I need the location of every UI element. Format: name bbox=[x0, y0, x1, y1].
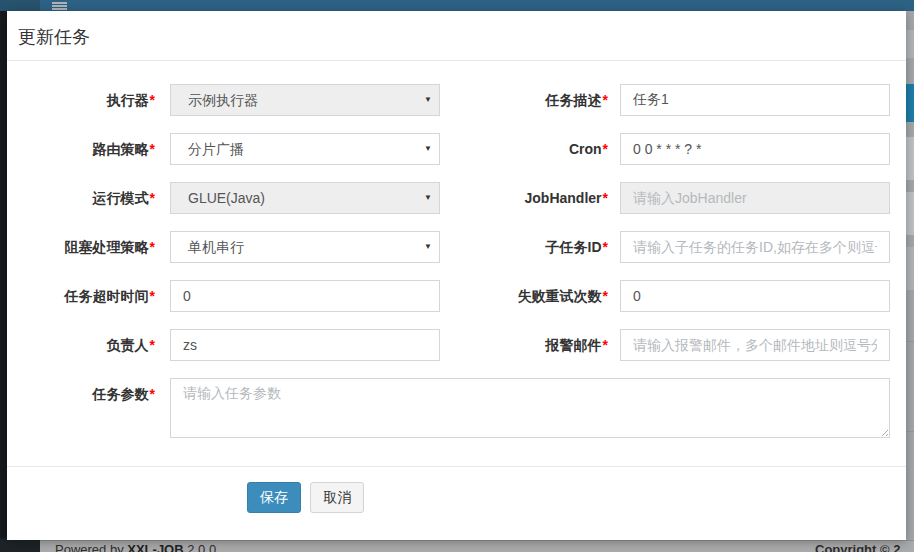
hamburger-icon[interactable] bbox=[52, 2, 67, 10]
save-button[interactable]: 保存 bbox=[247, 482, 301, 513]
field-label-job-param: 任务参数* bbox=[7, 378, 155, 410]
modal-title: 更新任务 bbox=[18, 25, 90, 49]
cancel-button[interactable]: 取消 bbox=[310, 482, 364, 513]
job-desc-field bbox=[620, 84, 890, 116]
field-label-fail-retry: 失败重试次数* bbox=[427, 280, 608, 312]
app-footer: Powered by XXL-JOB 2.0.0 Copyright © 2 bbox=[40, 540, 914, 552]
child-jobid-input[interactable] bbox=[621, 232, 889, 262]
job-handler-input bbox=[621, 183, 889, 213]
field-label-timeout: 任务超时时间* bbox=[7, 280, 155, 312]
background-panel-fragment bbox=[906, 247, 914, 290]
update-task-modal: 更新任务 执行器* 示例执行器 ▼ 任务描述* 路由策略* 分片广播 ▼ Cro… bbox=[7, 11, 906, 540]
background-panel-fragment bbox=[906, 30, 914, 58]
job-handler-field bbox=[620, 182, 890, 214]
child-jobid-field bbox=[620, 231, 890, 263]
divider bbox=[7, 466, 906, 467]
divider bbox=[906, 341, 914, 342]
divider bbox=[7, 60, 906, 61]
background-button-fragment bbox=[906, 84, 914, 122]
form-row: 阻塞处理策略* 单机串行 ▼ 子任务ID* bbox=[7, 231, 906, 263]
job-param-textarea[interactable] bbox=[171, 379, 889, 437]
author-input[interactable] bbox=[171, 330, 439, 360]
background-panel-fragment bbox=[906, 192, 914, 235]
field-label-author: 负责人* bbox=[7, 329, 155, 361]
divider bbox=[906, 431, 914, 432]
job-desc-input[interactable] bbox=[621, 85, 889, 115]
footer-powered-by: Powered by XXL-JOB 2.0.0 bbox=[55, 542, 216, 552]
footer-copyright: Copyright © 2 bbox=[815, 542, 900, 552]
field-label-block-strategy: 阻塞处理策略* bbox=[7, 231, 155, 263]
form-row: 任务超时时间* 失败重试次数* bbox=[7, 280, 906, 312]
field-label-route-strategy: 路由策略* bbox=[7, 133, 155, 165]
form-row: 任务参数* bbox=[7, 378, 906, 438]
field-label-job-handler: JobHandler* bbox=[427, 182, 608, 214]
fail-retry-field bbox=[620, 280, 890, 312]
field-label-executor: 执行器* bbox=[7, 84, 155, 116]
alarm-email-input[interactable] bbox=[621, 330, 889, 360]
timeout-input[interactable] bbox=[171, 281, 439, 311]
form-row: 运行模式* GLUE(Java) ▼ JobHandler* bbox=[7, 182, 906, 214]
field-label-alarm-email: 报警邮件* bbox=[427, 329, 608, 361]
executor-select: 示例执行器 ▼ bbox=[170, 84, 440, 116]
form-row: 路由策略* 分片广播 ▼ Cron* bbox=[7, 133, 906, 165]
cron-input[interactable] bbox=[621, 134, 889, 164]
background-page-edge bbox=[906, 11, 914, 540]
route-strategy-select[interactable]: 分片广播 ▼ bbox=[170, 133, 440, 165]
block-strategy-select[interactable]: 单机串行 ▼ bbox=[170, 231, 440, 263]
form-row: 负责人* 报警邮件* bbox=[7, 329, 906, 361]
field-label-job-desc: 任务描述* bbox=[427, 84, 608, 116]
app-sidebar-dimmed bbox=[0, 11, 7, 540]
alarm-email-field bbox=[620, 329, 890, 361]
glue-type-select: GLUE(Java) ▼ bbox=[170, 182, 440, 214]
job-param-field bbox=[170, 378, 890, 438]
app-sidebar-bottom-dimmed bbox=[0, 538, 40, 552]
background-panel-fragment bbox=[906, 137, 914, 180]
fail-retry-input[interactable] bbox=[621, 281, 889, 311]
app-header bbox=[0, 0, 914, 11]
timeout-field bbox=[170, 280, 440, 312]
author-field bbox=[170, 329, 440, 361]
button-row: 保存 取消 bbox=[247, 482, 364, 513]
field-label-glue-type: 运行模式* bbox=[7, 182, 155, 214]
field-label-child-jobid: 子任务ID* bbox=[427, 231, 608, 263]
field-label-cron: Cron* bbox=[427, 133, 608, 165]
screen: Powered by XXL-JOB 2.0.0 Copyright © 2 更… bbox=[0, 0, 914, 552]
cron-field bbox=[620, 133, 890, 165]
app-logo bbox=[0, 0, 40, 11]
form-row: 执行器* 示例执行器 ▼ 任务描述* bbox=[7, 84, 906, 116]
